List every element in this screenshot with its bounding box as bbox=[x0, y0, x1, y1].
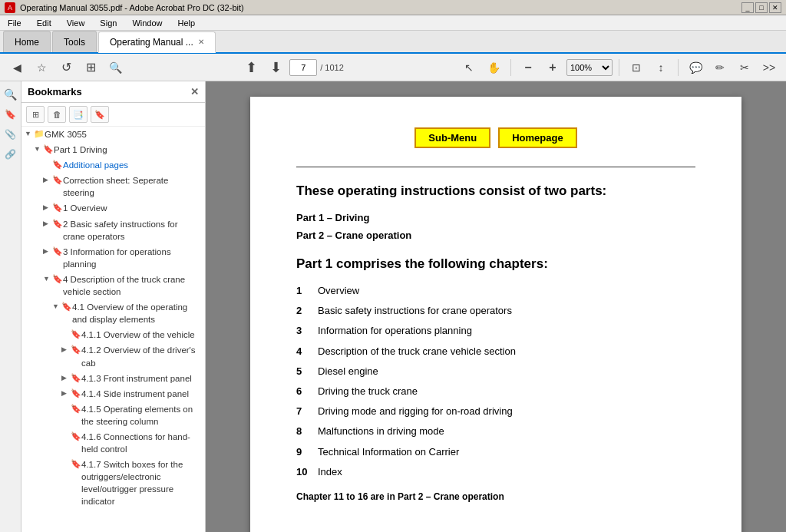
sidebar-tree-content: ▼ 📁 GMK 3055 ▼ 🔖 Part 1 Driving 🔖 Additi… bbox=[21, 127, 205, 532]
chapter-item: 8Malfunctions in driving mode bbox=[296, 425, 695, 438]
pdf-divider bbox=[296, 167, 695, 167]
menu-help[interactable]: Help bbox=[175, 17, 199, 29]
hand-tool-button[interactable]: ✋ bbox=[483, 57, 504, 78]
sidebar-header: Bookmarks ✕ bbox=[21, 81, 205, 103]
menu-view[interactable]: View bbox=[64, 17, 88, 29]
sidebar-delete-button[interactable]: 🗑 bbox=[48, 106, 66, 123]
title-bar: A Operating Manual 3055.pdf - Adobe Acro… bbox=[0, 0, 786, 15]
sidebar-bookmark-button[interactable]: 🔖 bbox=[91, 106, 109, 123]
pen-button[interactable]: ✏ bbox=[709, 57, 731, 78]
tree-item-operations[interactable]: ▶ 🔖 3 Information for operations plannin… bbox=[21, 244, 205, 272]
expander-icon: ▼ bbox=[25, 130, 34, 137]
menu-window[interactable]: Window bbox=[129, 17, 165, 29]
toolbar-rotate-button[interactable]: ↺ bbox=[55, 57, 77, 78]
tree-item-4-1-4[interactable]: ▶ 🔖 4.1.4 Side instrument panel bbox=[21, 386, 205, 401]
tab-tools[interactable]: Tools bbox=[52, 31, 97, 52]
toolbar-divider3 bbox=[678, 59, 679, 76]
close-button[interactable]: ✕ bbox=[769, 2, 781, 13]
tree-item-4-1[interactable]: ▼ 🔖 4.1 Overview of the operating and di… bbox=[21, 299, 205, 327]
toolbar-search-button[interactable]: 🔍 bbox=[104, 57, 126, 78]
menu-sign[interactable]: Sign bbox=[97, 17, 120, 29]
toolbar-divider2 bbox=[619, 59, 619, 76]
tree-item-4-1-2[interactable]: ▶ 🔖 4.1.2 Overview of the driver's cab bbox=[21, 342, 205, 370]
expander-icon bbox=[61, 432, 71, 440]
comment-button[interactable]: 💬 bbox=[685, 57, 706, 78]
expander-icon: ▼ bbox=[34, 145, 43, 153]
tab-document[interactable]: Operating Manual ... ✕ bbox=[98, 31, 216, 53]
tree-label-additional-pages: Additional pages bbox=[63, 159, 205, 171]
tree-label-4-1-2: 4.1.2 Overview of the driver's cab bbox=[81, 344, 205, 368]
expander-icon: ▶ bbox=[43, 176, 52, 183]
tree-item-4-1-1[interactable]: 🔖 4.1.1 Overview of the vehicle bbox=[21, 327, 205, 342]
eraser-button[interactable]: ✂ bbox=[734, 57, 755, 78]
tree-item-4-1-6[interactable]: 🔖 4.1.6 Connections for hand-held contro… bbox=[21, 429, 205, 457]
bookmark-icon: 🔖 bbox=[71, 388, 81, 398]
tab-home[interactable]: Home bbox=[3, 31, 51, 52]
tree-item-4-1-5[interactable]: 🔖 4.1.5 Operating elements on the steeri… bbox=[21, 401, 205, 429]
chapter-item: 9Technical Information on Carrier bbox=[296, 445, 695, 459]
expander-icon: ▼ bbox=[52, 302, 61, 310]
tree-item-4-1-3[interactable]: ▶ 🔖 4.1.3 Front instrument panel bbox=[21, 371, 205, 386]
expander-icon: ▶ bbox=[61, 389, 71, 397]
tree-item-4-1-7[interactable]: 🔖 4.1.7 Switch boxes for the outriggers/… bbox=[21, 457, 205, 509]
toolbar-print-button[interactable]: ⊞ bbox=[80, 57, 101, 78]
scroll-mode-button[interactable]: ↕ bbox=[650, 57, 672, 78]
chapter-text: Driving mode and rigging for on-road dri… bbox=[318, 405, 513, 418]
left-icon-links[interactable]: 🔗 bbox=[2, 146, 19, 163]
chapter-item: 3Information for operations planning bbox=[296, 324, 695, 338]
page-number-input[interactable]: 7 bbox=[289, 59, 317, 76]
window-controls: _ □ ✕ bbox=[741, 2, 781, 13]
toolbar-back-button[interactable]: ◀ bbox=[6, 57, 28, 78]
chapter-text: Basic safety instructions for crane oper… bbox=[318, 304, 512, 318]
tree-item-gmk3055[interactable]: ▼ 📁 GMK 3055 bbox=[21, 127, 205, 142]
toolbar-bookmark-button[interactable]: ☆ bbox=[31, 57, 52, 78]
more-tools-button[interactable]: >> bbox=[758, 57, 780, 78]
sidebar-close-button[interactable]: ✕ bbox=[190, 86, 199, 97]
tab-tools-label: Tools bbox=[64, 37, 85, 48]
chapter-num: 6 bbox=[296, 385, 312, 398]
menu-edit[interactable]: Edit bbox=[34, 17, 54, 29]
maximize-button[interactable]: □ bbox=[755, 2, 768, 13]
zoom-out-button[interactable]: − bbox=[517, 57, 539, 78]
chapter-num: 8 bbox=[296, 425, 312, 438]
chapter-text: Technical Information on Carrier bbox=[318, 445, 459, 459]
chapter-num: 10 bbox=[296, 465, 312, 479]
tree-item-description[interactable]: ▼ 🔖 4 Description of the truck crane veh… bbox=[21, 272, 205, 299]
next-page-button[interactable]: ⬇ bbox=[265, 57, 286, 78]
bookmark-icon: 🔖 bbox=[61, 302, 72, 312]
left-icon-bookmark[interactable]: 🔖 bbox=[2, 106, 19, 123]
chapter-item: 2Basic safety instructions for crane ope… bbox=[296, 304, 695, 318]
zoom-in-button[interactable]: + bbox=[542, 57, 563, 78]
sidebar-pages-button[interactable]: 📑 bbox=[69, 106, 88, 123]
chapter-item: 5Diesel engine bbox=[296, 365, 695, 378]
minimize-button[interactable]: _ bbox=[741, 2, 754, 13]
bookmark-icon: 🔖 bbox=[71, 373, 81, 383]
menu-file[interactable]: File bbox=[5, 17, 25, 29]
sidebar-title: Bookmarks bbox=[28, 86, 82, 97]
sidebar-expand-all-button[interactable]: ⊞ bbox=[26, 106, 45, 123]
tree-label-description: 4 Description of the truck crane vehicle… bbox=[63, 273, 205, 298]
expander-icon: ▶ bbox=[43, 203, 52, 211]
chapter-item: 7Driving mode and rigging for on-road dr… bbox=[296, 405, 695, 418]
left-icon-search[interactable]: 🔍 bbox=[2, 86, 19, 103]
expander-icon bbox=[61, 330, 71, 338]
tree-item-additional-pages[interactable]: 🔖 Additional pages bbox=[21, 157, 205, 173]
homepage-button[interactable]: Homepage bbox=[498, 127, 576, 148]
tree-item-safety[interactable]: ▶ 🔖 2 Basic safety instructions for cran… bbox=[21, 216, 205, 244]
fit-page-button[interactable]: ⊡ bbox=[626, 57, 647, 78]
cursor-tool-button[interactable]: ↖ bbox=[458, 57, 480, 78]
pdf-nav-buttons: Sub-Menu Homepage bbox=[296, 127, 695, 148]
sub-menu-button[interactable]: Sub-Menu bbox=[414, 127, 490, 148]
tab-close-icon[interactable]: ✕ bbox=[198, 38, 204, 46]
left-icon-attachments[interactable]: 📎 bbox=[2, 126, 19, 143]
bookmark-icon: 🔖 bbox=[43, 144, 54, 154]
bookmark-icon: 🔖 bbox=[52, 219, 63, 229]
tree-item-part1[interactable]: ▼ 🔖 Part 1 Driving bbox=[21, 142, 205, 157]
zoom-level-select[interactable]: 100% 75% 125% 150% bbox=[566, 59, 613, 76]
expander-icon bbox=[43, 160, 52, 168]
chapter-text: Index bbox=[318, 465, 342, 479]
prev-page-button[interactable]: ⬆ bbox=[240, 57, 262, 78]
tree-label-4-1-7: 4.1.7 Switch boxes for the outriggers/el… bbox=[81, 458, 205, 507]
tree-item-overview[interactable]: ▶ 🔖 1 Overview bbox=[21, 200, 205, 216]
tree-item-correction-sheet[interactable]: ▶ 🔖 Correction sheet: Seperate steering bbox=[21, 173, 205, 200]
